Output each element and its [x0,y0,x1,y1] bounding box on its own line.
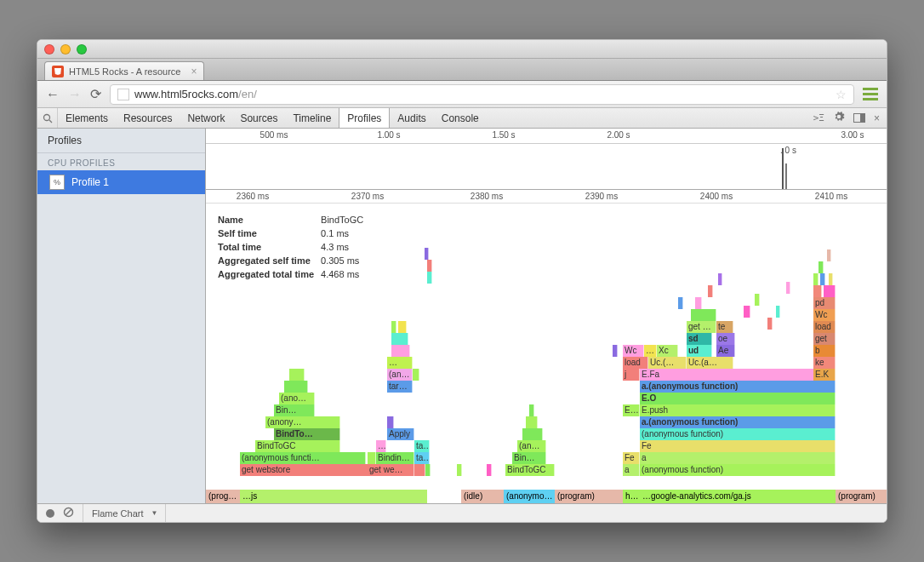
address-bar[interactable]: www.html5rocks.com/en/ ☆ [110,84,854,105]
flame-frame[interactable] [522,428,543,440]
bottom-segment[interactable]: (idle) [461,490,504,503]
close-tab-icon[interactable]: × [191,66,197,77]
flame-frame[interactable] [529,404,534,416]
flame-frame[interactable] [691,309,716,321]
bottom-segment[interactable]: (program) [555,490,623,503]
record-button[interactable] [46,509,54,518]
close-window-button[interactable] [44,44,54,54]
flame-frame[interactable] [398,321,407,333]
flame-frame[interactable] [284,381,308,393]
flame-frame[interactable]: (anonymous function) [640,428,836,440]
flame-frame[interactable]: a.(anonymous function) [640,416,836,428]
flame-frame[interactable]: E.K [813,369,836,381]
flame-frame[interactable] [526,416,538,428]
flame-frame[interactable]: BindToGC [505,464,555,476]
devtab-console[interactable]: Console [434,108,487,128]
bottom-segment[interactable]: (program) [836,490,887,503]
flame-frame[interactable]: Uc.(a… [687,357,733,369]
flame-frame[interactable] [289,369,305,381]
flame-frame[interactable] [427,272,432,284]
flame-frame[interactable] [776,306,780,318]
flame-frame[interactable]: pd [813,297,836,309]
dock-side-icon[interactable] [853,113,865,123]
flame-frame[interactable]: sd [687,333,712,345]
flame-frame[interactable] [813,273,818,285]
flame-frame[interactable] [820,273,825,285]
flame-frame[interactable]: Fe [623,452,640,464]
flame-frame[interactable]: (anony… [265,416,340,428]
flame-frame[interactable] [457,464,462,476]
flame-frame[interactable]: (anonymous function) [640,464,836,476]
flame-frame[interactable] [695,297,702,309]
flame-frame[interactable] [425,464,431,476]
browser-tab[interactable]: HTML5 Rocks - A resource × [44,61,204,80]
flame-frame[interactable]: Xc [657,345,678,357]
settings-gear-icon[interactable] [833,111,845,125]
flame-frame[interactable] [413,369,419,381]
flame-frame[interactable]: Wc [813,309,836,321]
flame-frame[interactable] [827,249,831,261]
flame-frame[interactable]: Bindin… [376,452,414,464]
flame-frame[interactable]: Wc [623,345,644,357]
bottom-segment[interactable]: …google-analytics.com/ga.js [640,490,836,503]
devtab-sources[interactable]: Sources [232,108,285,128]
overview-strip[interactable]: . 0 s [206,144,887,190]
bottom-segment[interactable]: h… [623,490,640,503]
flame-frame[interactable] [818,261,824,273]
flame-frame[interactable]: Uc.(… [648,357,687,369]
flame-frame[interactable]: E.push [640,404,836,416]
flame-frame[interactable]: get we… [368,464,414,476]
flame-frame[interactable] [824,285,836,297]
reload-button[interactable]: ⟳ [90,86,101,102]
bottom-segment[interactable]: …js [240,490,427,503]
flame-frame[interactable]: tar… [387,381,413,393]
flame-frame[interactable]: load [623,357,648,369]
view-mode-select[interactable]: Flame Chart [83,504,166,522]
flame-frame[interactable]: (an… [517,440,546,452]
flame-frame[interactable] [829,273,833,285]
devtab-resources[interactable]: Resources [116,108,180,128]
flame-frame[interactable] [718,273,722,285]
flame-frame[interactable]: ke [813,357,836,369]
flame-frame[interactable] [744,306,750,318]
flame-frame[interactable]: E.O [640,393,836,404]
forward-button[interactable]: → [68,87,82,102]
flame-chart[interactable]: NameBindToGCSelf time0.1 msTotal time4.3… [206,204,887,503]
flame-frame[interactable] [813,285,822,297]
flame-frame[interactable]: a [640,452,836,464]
devtools-close-icon[interactable]: × [874,112,880,124]
devtab-timeline[interactable]: Timeline [285,108,339,128]
bottom-segment[interactable] [427,490,461,503]
flame-frame[interactable] [425,248,429,260]
flame-frame[interactable] [387,416,394,428]
flame-frame[interactable]: ta… [414,440,430,452]
flame-frame[interactable] [678,297,683,309]
flame-frame[interactable] [767,318,773,330]
flame-frame[interactable]: … [387,357,413,369]
flame-frame[interactable] [487,464,492,476]
flame-frame[interactable]: Fe [640,440,836,452]
flame-frame[interactable]: load [813,321,836,333]
flame-frame[interactable]: Bin… [274,404,315,416]
console-drawer-icon[interactable]: >Ξ [813,112,824,123]
flame-frame[interactable]: ud [687,345,712,357]
flame-frame[interactable]: oe [716,333,735,345]
devtab-network[interactable]: Network [180,108,232,128]
flame-frame[interactable]: (anonymous functi… [240,452,366,464]
clear-button[interactable] [63,507,74,519]
flame-frame[interactable]: … [644,345,657,357]
chrome-menu-button[interactable] [863,88,878,100]
devtab-elements[interactable]: Elements [58,108,116,128]
flame-frame[interactable]: b [813,345,836,357]
flame-frame[interactable]: Bin… [512,452,546,464]
flame-frame[interactable]: a [623,464,640,476]
devtab-profiles[interactable]: Profiles [339,108,390,128]
bottom-segment[interactable]: (anonymo… [504,490,555,503]
flame-frame[interactable]: BindTo… [274,428,340,440]
flame-frame[interactable] [391,345,410,357]
flame-frame[interactable]: ta… [414,452,430,464]
flame-frame[interactable] [391,321,396,333]
devtab-audits[interactable]: Audits [390,108,433,128]
flame-frame[interactable]: Ae [716,345,735,357]
flame-frame[interactable]: E.Fa [640,369,836,381]
